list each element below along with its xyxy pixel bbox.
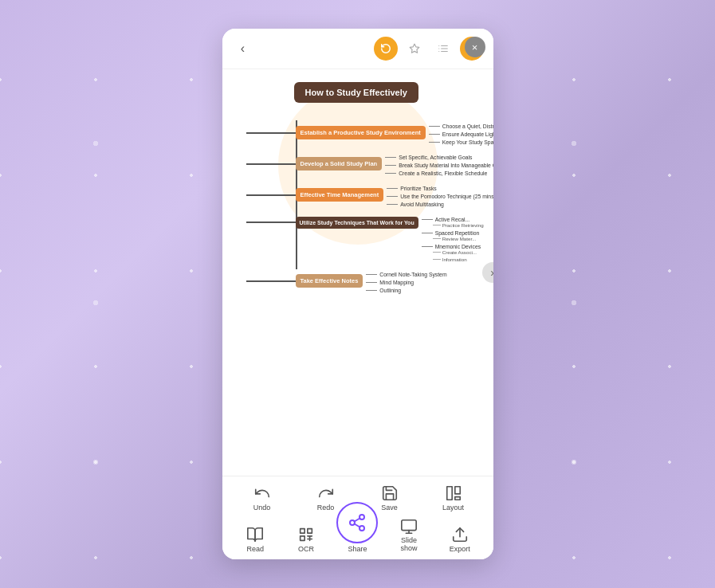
- ocr-button[interactable]: OCR: [286, 526, 326, 553]
- undo-label: Undo: [253, 504, 271, 512]
- leaf-2-2: Break Study Material Into Manageable Chu…: [385, 163, 493, 168]
- back-button[interactable]: ‹: [232, 37, 254, 60]
- root-node: How to Study Effectively: [294, 82, 418, 103]
- toolbar-row-2: Read OCR Share: [222, 515, 493, 556]
- save-label: Save: [381, 504, 398, 512]
- leaf-group-2: Set Specific, Achievable Goals Break Stu…: [385, 155, 493, 176]
- branch-label-1: Establish a Productive Study Environment: [296, 126, 426, 139]
- svg-marker-0: [410, 44, 419, 53]
- star-icon[interactable]: [403, 37, 426, 61]
- ocr-label: OCR: [298, 545, 314, 553]
- branch-label-2: Develop a Solid Study Plan: [296, 157, 383, 171]
- leaf-1-2: Ensure Adequate Lighting: [429, 131, 493, 137]
- svg-line-19: [355, 524, 360, 527]
- read-button[interactable]: Read: [235, 526, 275, 553]
- slideshow-label: Slideshow: [401, 537, 418, 553]
- leaf-3-3: Avoid Multitasking: [387, 202, 493, 207]
- leaf-4-1-group: Active Recal... Practice Retrieving: [422, 217, 484, 228]
- undo-button[interactable]: Undo: [242, 484, 282, 512]
- modal: × ‹: [222, 29, 493, 559]
- branch-label-5: Take Effective Notes: [296, 274, 363, 288]
- leaf-2-1: Set Specific, Achievable Goals: [385, 155, 493, 160]
- leaf-2-3: Create a Realistic, Flexible Schedule: [385, 171, 493, 176]
- leaf-group-5: Cornell Note-Taking System Mind Mapping …: [366, 272, 446, 293]
- close-button[interactable]: ×: [465, 37, 485, 57]
- read-label: Read: [247, 545, 265, 553]
- share-label: Share: [348, 545, 367, 553]
- leaf-5-3: Outlining: [366, 288, 446, 293]
- leaf-group-4: Active Recal... Practice Retrieving: [422, 217, 484, 262]
- branch-hline-4: [246, 221, 296, 223]
- leaf-1-1: Choose a Quiet, Distraction-Free Area: [429, 123, 493, 129]
- leaf-5-1: Cornell Note-Taking System: [366, 272, 446, 277]
- svg-rect-12: [301, 536, 305, 541]
- rotate-icon[interactable]: [374, 37, 398, 61]
- branch-hline-3: [246, 194, 296, 196]
- svg-rect-9: [454, 497, 459, 500]
- layout-button[interactable]: Layout: [434, 484, 473, 512]
- top-bar: ‹ •••: [222, 29, 493, 69]
- branch-row-1: Establish a Productive Study Environment…: [246, 120, 485, 145]
- slideshow-button[interactable]: Slideshow: [389, 518, 429, 553]
- branch-hline-1: [246, 132, 296, 134]
- svg-rect-7: [446, 487, 451, 500]
- leaf-4-3-group: Mnemonic Devices Create Associ... Inform…: [422, 244, 484, 262]
- share-button[interactable]: Share: [336, 502, 378, 553]
- branch-label-3: Effective Time Management: [296, 188, 384, 202]
- branch-row-2: Develop a Solid Study Plan Set Specific,…: [246, 151, 485, 176]
- leaf-3-2: Use the Pomodoro Technique (25 mins stud…: [387, 194, 493, 199]
- redo-label: Redo: [317, 504, 335, 512]
- leaf-1-3: Keep Your Study Space Clean and Orga...: [429, 139, 493, 145]
- branch-row-5: Take Effective Notes Cornell Note-Taking…: [246, 269, 485, 293]
- branch-label-4: Utilize Study Techniques That Work for Y…: [296, 217, 418, 229]
- branch-row-3: Effective Time Management Prioritize Tas…: [246, 182, 485, 207]
- leaf-5-2: Mind Mapping: [366, 280, 446, 285]
- branch-hline-2: [246, 163, 296, 165]
- leaf-group-3: Prioritize Tasks Use the Pomodoro Techni…: [387, 186, 493, 207]
- share-circle: [336, 502, 378, 543]
- bottom-toolbar: Undo Redo Save Layout: [222, 476, 493, 559]
- svg-line-20: [355, 519, 360, 522]
- list-icon[interactable]: [431, 37, 455, 61]
- branch-row-4: Utilize Study Techniques That Work for Y…: [246, 214, 485, 262]
- leaf-4-2-group: Spaced Repetition Review Mater...: [422, 230, 484, 241]
- branch-hline-5: [246, 280, 296, 282]
- mindmap-area: How to Study Effectively Establish a Pro…: [222, 69, 493, 476]
- svg-rect-8: [454, 487, 459, 494]
- layout-label: Layout: [442, 504, 464, 512]
- svg-rect-11: [308, 529, 312, 534]
- leaf-3-1: Prioritize Tasks: [387, 186, 493, 191]
- export-label: Export: [450, 545, 470, 553]
- export-button[interactable]: Export: [440, 526, 480, 553]
- svg-rect-21: [402, 520, 416, 531]
- svg-rect-10: [301, 529, 305, 534]
- leaf-group-1: Choose a Quiet, Distraction-Free Area En…: [429, 123, 493, 145]
